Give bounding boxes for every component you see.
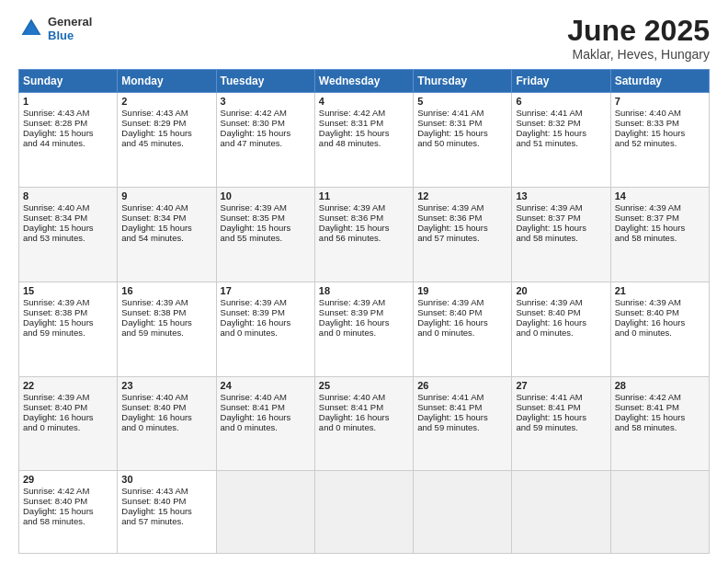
day-info-line: Sunrise: 4:40 AM: [221, 392, 311, 402]
day-info-line: Sunrise: 4:39 AM: [121, 297, 211, 307]
day-number: 15: [23, 285, 113, 296]
day-info-line: Sunrise: 4:41 AM: [417, 392, 507, 402]
day-info-line: Sunset: 8:40 PM: [615, 307, 705, 317]
day-info-line: Sunrise: 4:42 AM: [23, 486, 113, 496]
day-info-line: and 44 minutes.: [23, 138, 113, 148]
calendar-cell: 8Sunrise: 4:40 AMSunset: 8:34 PMDaylight…: [19, 187, 118, 282]
day-info-line: and 59 minutes.: [417, 422, 507, 432]
day-info-line: Sunset: 8:35 PM: [221, 213, 311, 223]
day-info-line: Sunrise: 4:42 AM: [221, 108, 311, 118]
day-info-line: and 0 minutes.: [615, 327, 705, 338]
day-info-line: and 58 minutes.: [516, 233, 606, 243]
day-number: 23: [121, 380, 211, 391]
day-info-line: Sunset: 8:41 PM: [319, 402, 409, 412]
day-number: 28: [615, 380, 705, 391]
logo-blue: Blue: [48, 29, 92, 42]
col-header-wednesday: Wednesday: [314, 70, 413, 93]
day-info-line: Daylight: 16 hours: [516, 317, 606, 327]
day-info-line: Sunset: 8:38 PM: [23, 307, 113, 317]
day-number: 3: [221, 96, 311, 107]
day-info-line: Daylight: 15 hours: [615, 128, 705, 138]
day-info-line: Daylight: 15 hours: [417, 412, 507, 422]
day-info-line: Sunrise: 4:39 AM: [516, 202, 606, 213]
day-info-line: Daylight: 15 hours: [516, 412, 606, 422]
day-info-line: Sunrise: 4:41 AM: [516, 392, 606, 402]
day-info-line: Daylight: 15 hours: [23, 506, 113, 516]
calendar-cell: 5Sunrise: 4:41 AMSunset: 8:31 PMDaylight…: [414, 93, 512, 188]
logo-icon: [18, 16, 44, 41]
title-block: June 2025 Maklar, Heves, Hungary: [567, 15, 710, 62]
day-number: 20: [516, 285, 606, 296]
day-number: 1: [23, 96, 113, 107]
calendar-cell: [610, 471, 709, 554]
day-info-line: Sunrise: 4:39 AM: [23, 297, 113, 307]
day-info-line: Sunrise: 4:39 AM: [221, 297, 311, 307]
day-number: 24: [221, 380, 311, 391]
day-info-line: Sunset: 8:40 PM: [516, 307, 606, 317]
day-info-line: Daylight: 16 hours: [221, 412, 311, 422]
calendar-cell: 23Sunrise: 4:40 AMSunset: 8:40 PMDayligh…: [118, 376, 216, 471]
day-info-line: and 59 minutes.: [23, 327, 113, 338]
day-info-line: Sunset: 8:36 PM: [319, 213, 409, 223]
col-header-tuesday: Tuesday: [216, 70, 314, 93]
day-info-line: and 50 minutes.: [417, 138, 507, 148]
calendar-cell: 28Sunrise: 4:42 AMSunset: 8:41 PMDayligh…: [610, 376, 709, 471]
day-number: 30: [121, 474, 211, 485]
calendar-cell: 20Sunrise: 4:39 AMSunset: 8:40 PMDayligh…: [512, 282, 610, 376]
day-info-line: Sunset: 8:41 PM: [615, 402, 705, 412]
day-info-line: Sunset: 8:37 PM: [615, 213, 705, 223]
day-info-line: Sunrise: 4:40 AM: [615, 108, 705, 118]
calendar-cell: 4Sunrise: 4:42 AMSunset: 8:31 PMDaylight…: [314, 93, 413, 188]
day-number: 25: [319, 380, 409, 391]
day-info-line: Sunrise: 4:41 AM: [417, 108, 507, 118]
day-info-line: Sunrise: 4:40 AM: [23, 202, 113, 213]
day-number: 26: [417, 380, 507, 391]
calendar-cell: 29Sunrise: 4:42 AMSunset: 8:40 PMDayligh…: [19, 471, 118, 554]
calendar-header-row: SundayMondayTuesdayWednesdayThursdayFrid…: [19, 70, 710, 93]
day-number: 19: [417, 285, 507, 296]
day-info-line: Sunrise: 4:41 AM: [516, 108, 606, 118]
day-number: 29: [23, 474, 113, 485]
calendar-cell: 21Sunrise: 4:39 AMSunset: 8:40 PMDayligh…: [610, 282, 709, 376]
day-info-line: Sunrise: 4:39 AM: [417, 297, 507, 307]
day-info-line: Sunrise: 4:40 AM: [319, 392, 409, 402]
day-info-line: and 0 minutes.: [221, 422, 311, 432]
day-number: 13: [516, 190, 606, 201]
calendar-cell: 14Sunrise: 4:39 AMSunset: 8:37 PMDayligh…: [610, 187, 709, 282]
calendar-cell: [512, 471, 610, 554]
calendar-cell: 16Sunrise: 4:39 AMSunset: 8:38 PMDayligh…: [118, 282, 216, 376]
calendar-cell: 22Sunrise: 4:39 AMSunset: 8:40 PMDayligh…: [19, 376, 118, 471]
calendar-cell: 27Sunrise: 4:41 AMSunset: 8:41 PMDayligh…: [512, 376, 610, 471]
calendar-cell: 19Sunrise: 4:39 AMSunset: 8:40 PMDayligh…: [414, 282, 512, 376]
day-info-line: and 0 minutes.: [319, 327, 409, 338]
calendar-cell: 26Sunrise: 4:41 AMSunset: 8:41 PMDayligh…: [414, 376, 512, 471]
calendar-cell: 15Sunrise: 4:39 AMSunset: 8:38 PMDayligh…: [19, 282, 118, 376]
calendar-cell: 11Sunrise: 4:39 AMSunset: 8:36 PMDayligh…: [314, 187, 413, 282]
day-info-line: Sunrise: 4:39 AM: [319, 202, 409, 213]
day-info-line: Sunset: 8:36 PM: [417, 213, 507, 223]
day-info-line: and 58 minutes.: [615, 233, 705, 243]
day-info-line: and 56 minutes.: [319, 233, 409, 243]
col-header-sunday: Sunday: [19, 70, 118, 93]
calendar-cell: 17Sunrise: 4:39 AMSunset: 8:39 PMDayligh…: [216, 282, 314, 376]
calendar-cell: [216, 471, 314, 554]
calendar-cell: 12Sunrise: 4:39 AMSunset: 8:36 PMDayligh…: [414, 187, 512, 282]
day-info-line: Daylight: 16 hours: [615, 317, 705, 327]
calendar-cell: 24Sunrise: 4:40 AMSunset: 8:41 PMDayligh…: [216, 376, 314, 471]
day-info-line: Daylight: 15 hours: [319, 128, 409, 138]
day-info-line: Sunrise: 4:40 AM: [121, 392, 211, 402]
day-info-line: Sunset: 8:40 PM: [23, 402, 113, 412]
calendar-week-row: 22Sunrise: 4:39 AMSunset: 8:40 PMDayligh…: [19, 376, 710, 471]
day-info-line: and 0 minutes.: [417, 327, 507, 338]
day-number: 16: [121, 285, 211, 296]
day-info-line: and 0 minutes.: [516, 327, 606, 338]
calendar-cell: [314, 471, 413, 554]
calendar-week-row: 15Sunrise: 4:39 AMSunset: 8:38 PMDayligh…: [19, 282, 710, 376]
day-info-line: and 57 minutes.: [121, 516, 211, 526]
day-info-line: Sunrise: 4:39 AM: [615, 202, 705, 213]
day-info-line: Daylight: 15 hours: [121, 128, 211, 138]
day-info-line: Sunrise: 4:42 AM: [615, 392, 705, 402]
calendar-cell: 2Sunrise: 4:43 AMSunset: 8:29 PMDaylight…: [118, 93, 216, 188]
day-info-line: and 51 minutes.: [516, 138, 606, 148]
day-number: 14: [615, 190, 705, 201]
